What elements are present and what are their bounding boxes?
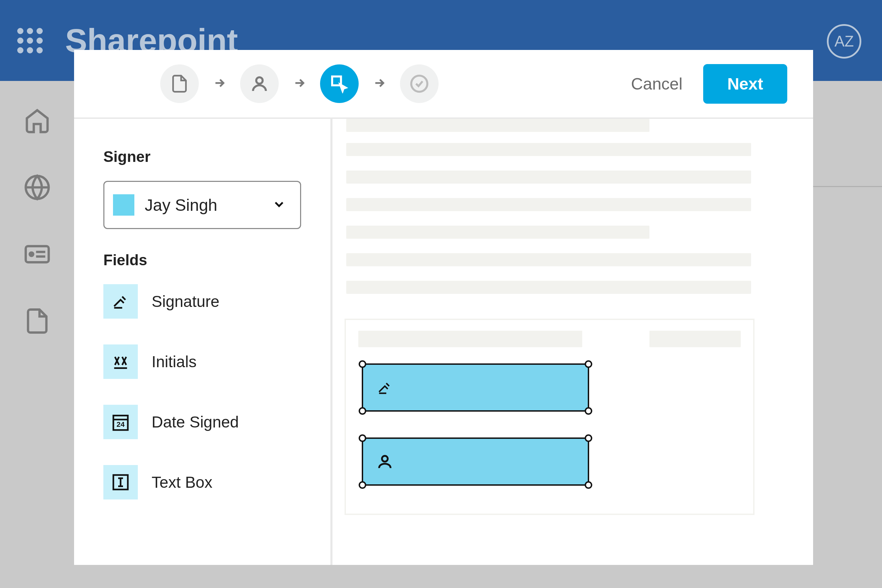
signature-icon [104, 284, 138, 319]
avatar[interactable]: AZ [827, 24, 861, 58]
step-fields-active[interactable] [320, 64, 358, 103]
field-text-box[interactable]: Text Box [104, 465, 301, 500]
doc-text-stripe [346, 281, 751, 294]
field-signature[interactable]: Signature [104, 284, 301, 319]
resize-handle[interactable] [358, 434, 366, 442]
field-label: Date Signed [152, 412, 239, 431]
field-label: Text Box [152, 473, 212, 492]
field-date-signed[interactable]: 24 Date Signed [104, 405, 301, 439]
signature-icon [376, 379, 393, 396]
signer-color-swatch [113, 194, 134, 216]
doc-text-stripe [346, 226, 650, 239]
step-signers[interactable] [240, 64, 279, 103]
resize-handle[interactable] [585, 360, 592, 368]
date-icon: 24 [104, 405, 138, 439]
field-label: Signature [152, 292, 219, 311]
modal-body: Signer Jay Singh Fields Signature [74, 119, 813, 565]
svg-point-2 [30, 252, 33, 256]
resize-handle[interactable] [358, 481, 366, 489]
field-label: Initials [152, 352, 196, 371]
doc-text-stripe [346, 253, 751, 266]
globe-icon[interactable] [23, 174, 51, 202]
next-button[interactable]: Next [703, 64, 787, 104]
resize-handle[interactable] [585, 434, 592, 442]
modal-stepper-bar: Cancel Next [74, 50, 813, 119]
bg-sidebar [0, 81, 74, 588]
cancel-button[interactable]: Cancel [631, 74, 682, 93]
arrow-right-icon [372, 76, 386, 91]
arrow-right-icon [292, 76, 306, 91]
document-icon[interactable] [23, 307, 51, 336]
svg-point-5 [256, 77, 263, 84]
doc-text-stripe [346, 119, 650, 132]
resize-handle[interactable] [358, 360, 366, 368]
signer-select[interactable]: Jay Singh [104, 181, 301, 229]
doc-text-stripe [358, 331, 582, 347]
arrow-right-icon [213, 76, 226, 91]
signature-modal: Cancel Next Signer Jay Singh Fields Sign [74, 50, 813, 565]
resize-handle[interactable] [585, 481, 592, 489]
resize-handle[interactable] [585, 407, 592, 415]
doc-text-stripe [346, 171, 751, 184]
stepper [160, 64, 439, 103]
apps-launcher-icon[interactable] [17, 28, 43, 53]
doc-text-stripe [650, 331, 741, 347]
modal-actions: Cancel Next [631, 64, 787, 104]
person-icon [376, 453, 393, 470]
resize-handle[interactable] [358, 407, 366, 415]
document-preview[interactable] [333, 119, 813, 565]
placed-signature-field[interactable] [362, 363, 589, 412]
signer-selected-name: Jay Singh [145, 196, 272, 214]
news-icon[interactable] [23, 240, 51, 269]
textbox-icon [104, 465, 138, 500]
doc-text-stripe [346, 198, 751, 211]
avatar-initials: AZ [834, 33, 854, 50]
placed-name-field[interactable] [362, 438, 589, 486]
step-review[interactable] [400, 64, 439, 103]
svg-text:24: 24 [117, 420, 125, 428]
step-document[interactable] [160, 64, 199, 103]
initials-icon [104, 345, 138, 379]
signer-section-title: Signer [104, 148, 301, 165]
home-icon[interactable] [23, 107, 51, 136]
doc-text-stripe [346, 143, 751, 156]
field-initials[interactable]: Initials [104, 345, 301, 379]
modal-sidebar: Signer Jay Singh Fields Signature [74, 119, 333, 565]
fields-section-title: Fields [104, 252, 301, 268]
chevron-down-icon [272, 197, 286, 213]
svg-point-15 [382, 456, 388, 462]
